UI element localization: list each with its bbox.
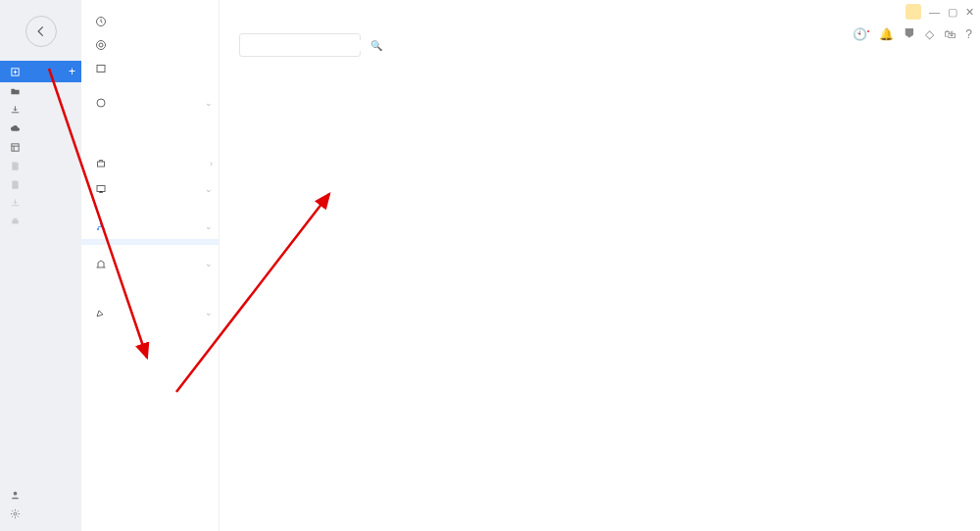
plus-icon[interactable]: + bbox=[69, 65, 75, 78]
chevron-down-icon: ⌄ bbox=[205, 308, 213, 317]
tree-engineering[interactable]: ⌄ bbox=[81, 251, 219, 276]
svg-rect-3 bbox=[14, 218, 18, 220]
svg-rect-12 bbox=[97, 186, 105, 192]
avatar[interactable] bbox=[906, 4, 921, 20]
chevron-right-icon: › bbox=[210, 159, 213, 169]
diamond-icon[interactable]: ◇ bbox=[925, 27, 934, 41]
tree-recommended[interactable] bbox=[81, 33, 219, 57]
svg-rect-11 bbox=[98, 162, 105, 167]
tree-software[interactable]: ⌄ bbox=[81, 176, 219, 202]
chevron-down-icon: ⌄ bbox=[205, 259, 213, 268]
nav-options[interactable] bbox=[0, 505, 81, 523]
tree-business[interactable]: › bbox=[81, 151, 219, 176]
svg-point-14 bbox=[103, 228, 105, 230]
svg-point-13 bbox=[97, 228, 99, 230]
search-input[interactable] bbox=[246, 40, 370, 51]
notification-icon[interactable]: 🕙• bbox=[853, 27, 869, 41]
svg-point-15 bbox=[100, 222, 102, 224]
nav-print bbox=[0, 213, 81, 231]
back-button[interactable] bbox=[25, 16, 57, 47]
nav-save bbox=[0, 157, 81, 175]
chevron-down-icon: ⌄ bbox=[205, 184, 213, 194]
chevron-down-icon: ⌄ bbox=[205, 98, 213, 108]
svg-rect-2 bbox=[12, 220, 18, 224]
nav-open[interactable] bbox=[0, 82, 81, 101]
window-maximize[interactable]: ▢ bbox=[948, 6, 957, 19]
nav-templates[interactable] bbox=[0, 138, 81, 157]
tree-personal[interactable] bbox=[81, 57, 219, 80]
help-icon[interactable]: ? bbox=[965, 27, 972, 41]
svg-rect-9 bbox=[97, 66, 105, 72]
nav-saveas bbox=[0, 175, 81, 194]
svg-point-8 bbox=[97, 41, 106, 50]
svg-rect-1 bbox=[12, 144, 19, 151]
window-minimize[interactable]: — bbox=[929, 6, 940, 18]
nav-export bbox=[0, 194, 81, 213]
window-close[interactable]: ✕ bbox=[965, 6, 974, 19]
tree-recent[interactable] bbox=[81, 10, 219, 33]
tree-basic[interactable]: ⌄ bbox=[81, 90, 219, 116]
badge-icon[interactable]: ⛊ bbox=[904, 27, 915, 41]
chevron-down-icon: ⌄ bbox=[205, 221, 213, 231]
svg-point-4 bbox=[14, 492, 18, 496]
tree-design[interactable]: ⌄ bbox=[81, 300, 219, 325]
cart-icon[interactable]: 🛍 bbox=[944, 27, 956, 41]
search-box[interactable]: 🔍 bbox=[239, 33, 361, 57]
search-icon[interactable]: 🔍 bbox=[370, 40, 382, 51]
svg-point-10 bbox=[97, 99, 105, 107]
svg-point-5 bbox=[14, 512, 17, 515]
nav-new[interactable]: + bbox=[0, 61, 81, 82]
bell-icon[interactable]: 🔔 bbox=[879, 27, 894, 41]
nav-cloud[interactable] bbox=[0, 120, 81, 138]
nav-account[interactable] bbox=[0, 486, 81, 505]
nav-import[interactable] bbox=[0, 101, 81, 120]
svg-point-7 bbox=[99, 43, 103, 47]
tree-network[interactable]: ⌄ bbox=[81, 214, 219, 239]
